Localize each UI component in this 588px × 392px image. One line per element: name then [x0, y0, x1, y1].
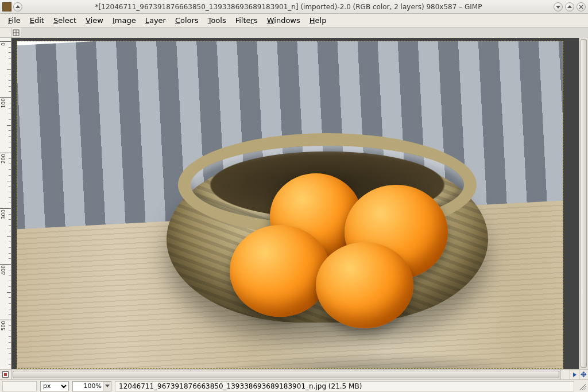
ruler-origin-corner[interactable] [0, 28, 11, 38]
maximize-button[interactable] [565, 2, 574, 11]
close-button[interactable] [577, 2, 586, 11]
status-bar: px 12046711_967391876663850_139338693689… [0, 379, 588, 392]
maximize-icon [567, 5, 572, 9]
orange-4 [316, 242, 413, 328]
resize-grip[interactable] [578, 382, 586, 390]
image-content [17, 41, 563, 368]
rollup-button[interactable] [13, 2, 22, 11]
app-icon [2, 2, 11, 11]
navigation-preview-button[interactable]: ✥ [579, 369, 588, 379]
chevron-right-icon [572, 372, 578, 378]
zoom-fit-button[interactable] [11, 28, 21, 38]
canvas-viewport[interactable] [11, 38, 579, 369]
status-message: 12046711_967391876663850_139338693689183… [115, 381, 574, 391]
zoom-dropdown[interactable] [103, 381, 111, 391]
bowl-shadow [218, 351, 540, 368]
menu-edit[interactable]: Edit [25, 15, 49, 26]
menu-bar: File Edit Select View Image Layer Colors… [0, 14, 588, 28]
move-icon: ✥ [581, 370, 587, 379]
vertical-scrollbar-thumb[interactable] [581, 39, 587, 368]
menu-file[interactable]: File [3, 15, 25, 26]
zoom-fit-icon [13, 29, 20, 36]
menu-view[interactable]: View [81, 15, 108, 26]
menu-select[interactable]: Select [49, 15, 81, 26]
window-title: *[12046711_967391876663850_1393386936891… [26, 3, 551, 11]
key-bowl [167, 122, 488, 328]
menu-help[interactable]: Help [305, 15, 331, 26]
nav-right-button[interactable] [570, 369, 579, 379]
quick-mask-toggle[interactable] [0, 369, 11, 379]
minimize-icon [556, 5, 560, 9]
svg-marker-0 [16, 5, 20, 8]
horizontal-scrollbar-thumb[interactable] [13, 371, 559, 378]
svg-marker-2 [567, 5, 572, 8]
rollup-icon [16, 5, 20, 9]
svg-marker-1 [556, 6, 560, 9]
menu-windows[interactable]: Windows [262, 15, 305, 26]
vertical-scrollbar[interactable] [579, 38, 588, 369]
menu-tools[interactable]: Tools [203, 15, 231, 26]
orange-3 [230, 225, 330, 317]
menu-filters[interactable]: Filters [231, 15, 262, 26]
close-icon [579, 5, 583, 9]
canvas[interactable] [17, 41, 563, 368]
window-titlebar: *[12046711_967391876663850_1393386936891… [0, 0, 588, 14]
pointer-position [2, 381, 37, 391]
minimize-button[interactable] [554, 2, 563, 11]
zoom-input[interactable] [72, 381, 103, 391]
horizontal-scrollbar[interactable] [11, 369, 560, 379]
svg-marker-8 [573, 372, 577, 377]
menu-colors[interactable]: Colors [171, 15, 203, 26]
nav-left-button[interactable] [560, 369, 570, 379]
unit-select[interactable]: px [40, 381, 69, 391]
quick-mask-icon [2, 371, 9, 378]
menu-layer[interactable]: Layer [141, 15, 171, 26]
vertical-ruler[interactable]: 0100200300400500 [0, 38, 11, 369]
menu-image[interactable]: Image [108, 15, 141, 26]
